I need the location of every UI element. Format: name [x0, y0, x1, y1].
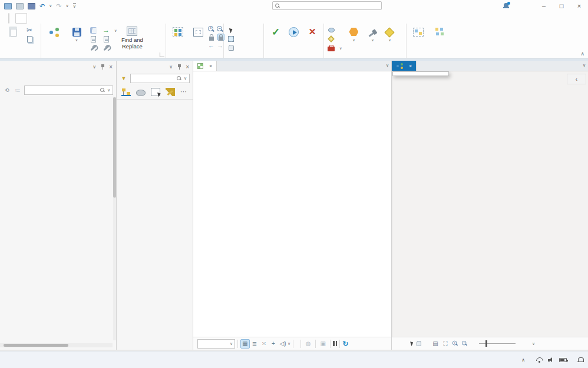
open-tool-button[interactable]	[101, 44, 118, 52]
nav-forward-icon[interactable]: →	[217, 42, 223, 49]
tray-expand-icon[interactable]: ∧	[521, 357, 525, 363]
map-tab-close-icon[interactable]: ×	[209, 63, 212, 69]
customize-qat-icon[interactable]: ∨	[73, 3, 76, 9]
group-button[interactable]	[408, 25, 428, 51]
unlock-icon[interactable]	[219, 37, 223, 41]
export-button[interactable]: →∨	[101, 26, 118, 34]
minimize-button[interactable]: –	[535, 0, 553, 12]
open-project-icon[interactable]	[16, 3, 24, 9]
paste-button[interactable]	[2, 25, 24, 51]
find-and-replace-button[interactable]: Find andReplace	[118, 25, 146, 51]
mode-select-icon[interactable]	[410, 341, 414, 346]
contents-search-dropdown-icon[interactable]: ∨	[184, 76, 187, 81]
catalog-close-icon[interactable]: ×	[109, 64, 113, 70]
notifications-icon[interactable]	[503, 3, 509, 9]
catalog-dropdown-icon[interactable]: ∨	[93, 64, 96, 70]
undo-dropdown-icon[interactable]: ∨	[49, 4, 52, 8]
redo-dropdown-icon[interactable]: ∨	[66, 4, 69, 8]
list-by-data-source-icon[interactable]	[136, 90, 146, 96]
properties-button[interactable]	[88, 35, 101, 43]
list-tool-icon[interactable]: ≣	[250, 339, 259, 349]
layout-status-icon[interactable]: ▣	[318, 339, 328, 349]
redo-icon[interactable]: ↷	[56, 3, 61, 9]
auto-save-button[interactable]	[88, 26, 101, 34]
close-button[interactable]: ×	[570, 0, 588, 12]
contents-pin-icon[interactable]	[177, 64, 181, 70]
catalog-back-icon[interactable]: ⟲	[3, 86, 11, 94]
pause-drawing-icon[interactable]	[333, 341, 337, 346]
filter-icon[interactable]: ▼	[120, 74, 128, 83]
catalog-vertical-scrollbar[interactable]	[113, 97, 116, 340]
list-by-selection-icon[interactable]	[151, 88, 160, 96]
report-button[interactable]	[101, 35, 118, 43]
catalog-horizontal-scrollbar[interactable]	[0, 343, 113, 347]
zoom-slider[interactable]	[479, 343, 516, 344]
zoom-percent-dropdown-icon[interactable]: ∨	[532, 341, 535, 346]
maximize-button[interactable]: □	[553, 0, 570, 12]
catalog-search-dropdown-icon[interactable]: ∨	[107, 88, 110, 93]
wifi-icon[interactable]	[536, 357, 543, 363]
contents-close-icon[interactable]: ×	[186, 64, 189, 70]
select-button[interactable]	[226, 26, 239, 34]
label-button[interactable]	[326, 35, 343, 43]
catalog-refresh-icon[interactable]: ≔	[14, 86, 22, 94]
grid-tool-icon[interactable]: ⁙	[259, 339, 269, 349]
new-model-button[interactable]	[43, 25, 65, 51]
validate-button[interactable]: ✓	[266, 25, 286, 51]
volume-icon[interactable]	[548, 357, 554, 363]
model-tab-close-icon[interactable]: ×	[409, 63, 412, 69]
intermediate-button[interactable]: ✕	[301, 25, 323, 51]
status-tools-dropdown-icon[interactable]: ∨	[288, 341, 290, 346]
auto-layout-button[interactable]	[168, 25, 188, 51]
lock-icon[interactable]	[209, 37, 214, 41]
zoom-out-icon[interactable]: –	[217, 26, 223, 32]
command-search[interactable]	[272, 1, 382, 10]
map-canvas[interactable]	[193, 71, 391, 337]
tab-model-h[interactable]: ×	[392, 61, 417, 71]
cut-button[interactable]: ✂	[24, 26, 37, 34]
list-by-editing-icon[interactable]	[166, 88, 175, 96]
undo-icon[interactable]: ↶	[39, 3, 45, 9]
tab-map[interactable]: ×	[193, 61, 217, 71]
ungroup-button[interactable]	[428, 25, 452, 51]
contents-dropdown-icon[interactable]: ∨	[169, 64, 173, 70]
contents-search-input[interactable]	[133, 75, 174, 82]
pan-button[interactable]	[226, 44, 239, 52]
notification-bell-icon[interactable]	[577, 357, 583, 363]
command-search-input[interactable]	[282, 2, 379, 9]
variable-button[interactable]	[326, 26, 343, 34]
status-zoom-in-icon[interactable]: +	[452, 341, 458, 346]
tools-button[interactable]: ∨	[326, 44, 343, 52]
collapse-ribbon-icon[interactable]: ∧	[580, 51, 584, 57]
crosshair-tool-icon[interactable]: +	[269, 339, 278, 349]
pane-splitter[interactable]	[391, 61, 392, 350]
model-canvas[interactable]: ‹	[392, 71, 588, 337]
view-fit-icon[interactable]: ⛶	[442, 339, 449, 349]
show-toolbar-button[interactable]: ‹	[567, 74, 586, 84]
catalog-pin-icon[interactable]	[101, 64, 105, 70]
run-button[interactable]	[286, 25, 301, 51]
refresh-map-icon[interactable]: ↻	[342, 340, 348, 348]
copy-button[interactable]	[24, 35, 37, 43]
battery-icon[interactable]	[559, 358, 567, 362]
model-tab-list-icon[interactable]: ∨	[583, 63, 586, 68]
zoom-in-icon[interactable]: +	[208, 26, 214, 32]
catalog-search-box[interactable]: ∨	[24, 86, 113, 95]
new-project-icon[interactable]	[4, 3, 12, 9]
tab-diagram[interactable]	[16, 17, 27, 19]
save-model-button[interactable]: ∨	[65, 25, 88, 51]
logical-button[interactable]: ∨	[381, 25, 398, 51]
environments-button[interactable]	[88, 44, 101, 52]
save-project-icon[interactable]	[28, 3, 35, 9]
iterators-button[interactable]: ∨	[343, 25, 364, 51]
list-by-drawing-order-icon[interactable]	[121, 88, 131, 96]
speaker-tool-icon[interactable]: ◁)	[278, 339, 288, 349]
status-zoom-out-icon[interactable]: –	[462, 341, 467, 346]
contents-search-box[interactable]: ∨	[130, 74, 190, 83]
map-tab-list-icon[interactable]: ∨	[386, 63, 389, 68]
select-all-button[interactable]	[226, 35, 239, 43]
snapping-toggle-icon[interactable]: ▦	[240, 339, 250, 349]
fit-to-window-button[interactable]	[188, 25, 208, 51]
view-layout-icon[interactable]: ▤	[432, 339, 439, 349]
utilities-button[interactable]: ∨	[364, 25, 381, 51]
